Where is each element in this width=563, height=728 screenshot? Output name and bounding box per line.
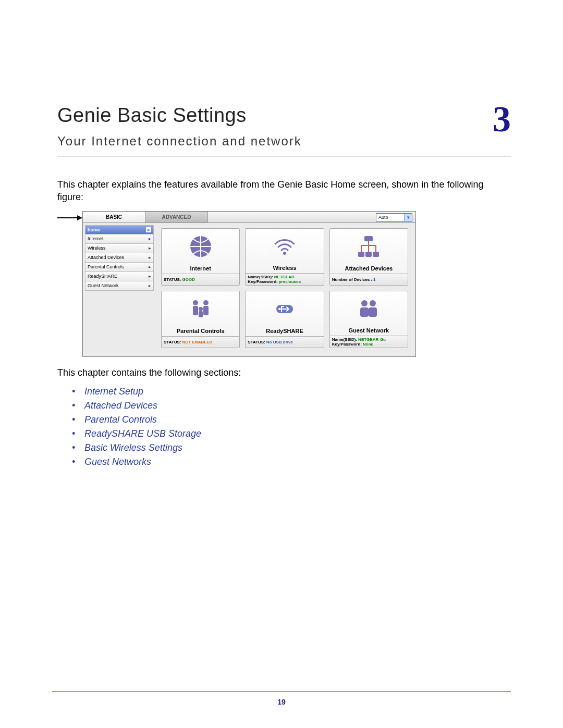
chevron-right-icon: ▸ — [149, 274, 151, 279]
tile-readyshare[interactable]: ReadySHARE STATUS:No USB drive — [245, 291, 324, 348]
sidebar-item-label: Parental Controls — [88, 264, 124, 269]
svg-rect-4 — [365, 252, 372, 257]
key-value: preciousca — [279, 279, 301, 284]
status-value: GOOD — [182, 277, 194, 282]
chapter-title: Genie Basic Settings — [57, 104, 302, 127]
svg-rect-11 — [199, 311, 203, 317]
intro-paragraph: This chapter explains the features avail… — [57, 178, 511, 204]
title-rule — [57, 156, 511, 156]
key-value: None — [363, 342, 373, 347]
ssid-value: NETGEAR-Gu — [358, 337, 386, 342]
tile-title: Internet — [162, 264, 239, 274]
sidebar-item-readyshare[interactable]: ReadySHARE ▸ — [85, 272, 154, 281]
sidebar-item-parental-controls[interactable]: Parental Controls ▸ — [85, 263, 154, 272]
toc-link-internet-setup[interactable]: Internet Setup — [72, 385, 511, 399]
key-label: Key/Password: — [332, 342, 362, 347]
svg-point-6 — [193, 300, 198, 305]
screenshot-figure: BASIC ADVANCED Auto ▾ home ▸ Internet — [82, 211, 511, 357]
footer-rule — [52, 691, 511, 692]
tab-basic[interactable]: BASIC — [83, 212, 145, 223]
wifi-icon — [246, 229, 323, 264]
tile-title: Attached Devices — [330, 264, 408, 274]
chapter-subtitle: Your Internet connection and network — [57, 134, 302, 149]
chevron-down-icon: ▾ — [405, 214, 412, 221]
family-icon — [162, 291, 239, 327]
toc-link-guest-networks[interactable]: Guest Networks — [72, 455, 511, 469]
sidebar-item-label: home — [88, 227, 100, 232]
language-select[interactable]: Auto ▾ — [376, 213, 412, 221]
svg-rect-9 — [203, 306, 209, 315]
devices-value: 1 — [373, 277, 375, 282]
toc-link-attached-devices[interactable]: Attached Devices — [72, 399, 511, 413]
sidebar-item-label: ReadySHARE — [88, 274, 117, 279]
people-icon — [330, 291, 408, 326]
callout-arrow — [57, 217, 81, 218]
status-label: STATUS: — [164, 340, 181, 344]
chevron-right-icon: ▸ — [149, 264, 151, 269]
sidebar-item-home[interactable]: home ▸ — [85, 225, 154, 235]
svg-point-16 — [370, 300, 376, 306]
toc-link-parental-controls[interactable]: Parental Controls — [72, 413, 511, 427]
sections-intro: This chapter contains the following sect… — [57, 367, 511, 378]
svg-point-14 — [361, 300, 368, 306]
tile-parental-controls[interactable]: Parental Controls STATUS:NOT ENABLED — [161, 291, 240, 348]
toc-link-readyshare-usb-storage[interactable]: ReadySHARE USB Storage — [72, 427, 511, 441]
tile-attached-devices[interactable]: Attached Devices Number of Devices :1 — [329, 228, 408, 286]
key-label: Key/Password: — [248, 279, 277, 284]
tile-title: ReadySHARE — [246, 327, 323, 336]
side-nav: home ▸ Internet ▸ Wireless ▸ Attached De… — [85, 225, 154, 354]
status-label: STATUS: — [248, 340, 265, 344]
chevron-right-icon: ▸ — [149, 245, 151, 251]
tile-title: Wireless — [246, 264, 323, 273]
tile-wireless[interactable]: Wireless Name(SSID):NETGEAR Key/Password… — [245, 228, 324, 286]
tile-guest-network[interactable]: Guest Network Name(SSID):NETGEAR-Gu Key/… — [329, 291, 408, 348]
chevron-right-icon: ▸ — [149, 283, 151, 288]
svg-rect-2 — [364, 236, 373, 241]
svg-point-13 — [278, 308, 280, 310]
sidebar-item-label: Attached Devices — [88, 255, 124, 260]
globe-icon — [162, 229, 239, 264]
svg-point-8 — [203, 300, 209, 305]
svg-rect-5 — [373, 252, 379, 257]
usb-icon — [246, 291, 323, 327]
sidebar-item-guest-network[interactable]: Guest Network ▸ — [85, 281, 154, 291]
chevron-right-icon: ▸ — [146, 227, 151, 232]
tile-internet[interactable]: Internet STATUS: GOOD — [161, 228, 240, 286]
svg-point-10 — [199, 307, 203, 311]
tab-advanced[interactable]: ADVANCED — [145, 212, 208, 223]
chevron-right-icon: ▸ — [149, 255, 151, 260]
sidebar-item-label: Internet — [88, 236, 104, 241]
status-label: STATUS: — [164, 277, 181, 282]
status-value: NOT ENABLED — [182, 340, 212, 344]
devices-label: Number of Devices : — [332, 277, 372, 282]
ssid-label: Name(SSID): — [332, 337, 357, 342]
sidebar-item-internet[interactable]: Internet ▸ — [85, 235, 154, 244]
tile-title: Guest Network — [330, 326, 408, 336]
svg-point-1 — [283, 252, 286, 255]
section-list: Internet Setup Attached Devices Parental… — [72, 385, 511, 469]
page-number: 19 — [0, 698, 563, 706]
chapter-number: 3 — [493, 101, 511, 138]
svg-rect-7 — [193, 306, 198, 315]
ssid-label: Name(SSID): — [248, 275, 273, 279]
svg-rect-3 — [358, 252, 364, 257]
chevron-right-icon: ▸ — [149, 236, 151, 241]
sidebar-item-label: Wireless — [88, 245, 106, 251]
tab-bar: BASIC ADVANCED Auto ▾ — [83, 212, 415, 223]
sidebar-item-attached-devices[interactable]: Attached Devices ▸ — [85, 253, 154, 263]
network-topology-icon — [330, 229, 408, 264]
toc-link-basic-wireless-settings[interactable]: Basic Wireless Settings — [72, 441, 511, 455]
status-value: No USB drive — [266, 340, 293, 344]
language-value: Auto — [378, 215, 388, 220]
ssid-value: NETGEAR — [274, 275, 295, 279]
svg-rect-15 — [360, 307, 369, 317]
sidebar-item-label: Guest Network — [88, 283, 119, 288]
tile-title: Parental Controls — [162, 327, 239, 336]
sidebar-item-wireless[interactable]: Wireless ▸ — [85, 244, 154, 253]
svg-rect-17 — [369, 307, 377, 317]
